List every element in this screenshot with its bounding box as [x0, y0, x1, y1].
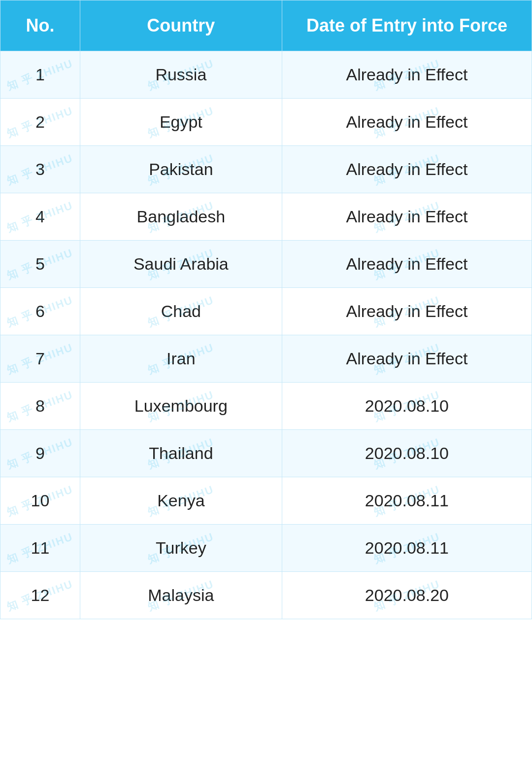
header-no: No.: [0, 0, 80, 51]
cell-no: 8: [0, 383, 80, 430]
cell-date: 2020.08.11: [282, 477, 532, 525]
cell-date: Already in Effect: [282, 99, 532, 146]
table-row: 2EgyptAlready in Effect: [0, 99, 532, 146]
table-row: 10Kenya2020.08.11: [0, 477, 532, 525]
cell-country: Malaysia: [80, 572, 282, 619]
cell-country: Chad: [80, 288, 282, 335]
header-country: Country: [80, 0, 282, 51]
cell-no: 7: [0, 335, 80, 383]
cell-country: Kenya: [80, 477, 282, 525]
cell-country: Bangladesh: [80, 193, 282, 241]
cell-country: Thailand: [80, 430, 282, 477]
table-row: 4BangladeshAlready in Effect: [0, 193, 532, 241]
table-row: 3PakistanAlready in Effect: [0, 146, 532, 193]
cell-no: 6: [0, 288, 80, 335]
cell-no: 5: [0, 241, 80, 288]
cell-country: Egypt: [80, 99, 282, 146]
table-row: 11Turkey2020.08.11: [0, 525, 532, 572]
table-row: 12Malaysia2020.08.20: [0, 572, 532, 619]
table-row: 6ChadAlready in Effect: [0, 288, 532, 335]
table-row: 9Thailand2020.08.10: [0, 430, 532, 477]
cell-date: Already in Effect: [282, 288, 532, 335]
cell-date: 2020.08.11: [282, 525, 532, 572]
main-container: No. Country Date of Entry into Force 1Ru…: [0, 0, 532, 777]
cell-date: Already in Effect: [282, 193, 532, 241]
cell-no: 3: [0, 146, 80, 193]
cell-no: 10: [0, 477, 80, 525]
table-row: 7IranAlready in Effect: [0, 335, 532, 383]
cell-no: 11: [0, 525, 80, 572]
table-row: 8Luxembourg2020.08.10: [0, 383, 532, 430]
cell-country: Turkey: [80, 525, 282, 572]
table-row: 5Saudi ArabiaAlready in Effect: [0, 241, 532, 288]
cell-date: 2020.08.10: [282, 430, 532, 477]
cell-no: 12: [0, 572, 80, 619]
cell-date: 2020.08.10: [282, 383, 532, 430]
cell-date: Already in Effect: [282, 51, 532, 99]
cell-country: Saudi Arabia: [80, 241, 282, 288]
cell-country: Iran: [80, 335, 282, 383]
cell-country: Pakistan: [80, 146, 282, 193]
cell-date: Already in Effect: [282, 335, 532, 383]
data-table: No. Country Date of Entry into Force 1Ru…: [0, 0, 532, 619]
cell-no: 2: [0, 99, 80, 146]
cell-no: 4: [0, 193, 80, 241]
cell-no: 9: [0, 430, 80, 477]
cell-date: 2020.08.20: [282, 572, 532, 619]
cell-date: Already in Effect: [282, 146, 532, 193]
cell-no: 1: [0, 51, 80, 99]
table-body: 1RussiaAlready in Effect2EgyptAlready in…: [0, 51, 532, 619]
cell-date: Already in Effect: [282, 241, 532, 288]
cell-country: Luxembourg: [80, 383, 282, 430]
cell-country: Russia: [80, 51, 282, 99]
table-row: 1RussiaAlready in Effect: [0, 51, 532, 99]
header-date: Date of Entry into Force: [282, 0, 532, 51]
table-header-row: No. Country Date of Entry into Force: [0, 0, 532, 51]
